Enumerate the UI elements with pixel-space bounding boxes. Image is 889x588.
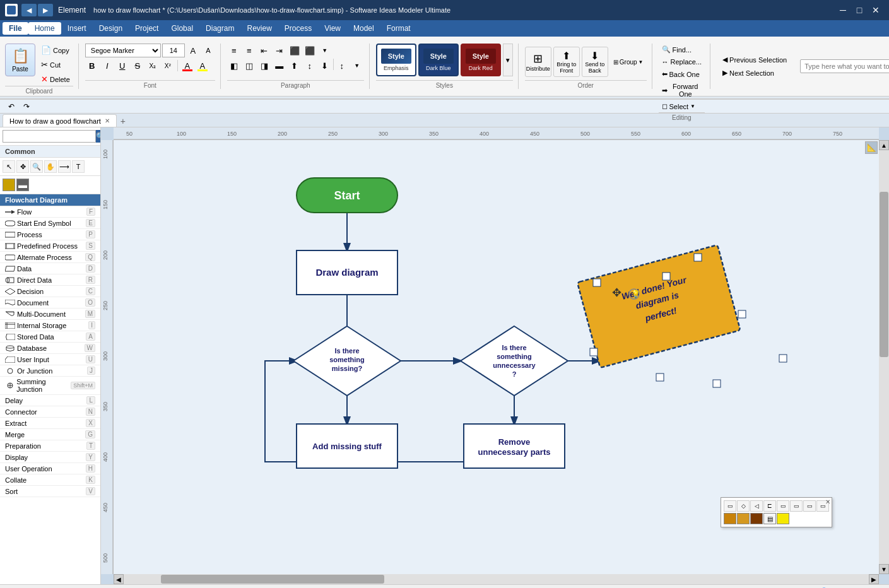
menu-insert[interactable]: Insert — [61, 22, 93, 35]
mt-color3-btn[interactable] — [750, 513, 763, 524]
font-decrease-button[interactable]: A — [201, 44, 215, 57]
vscroll-down[interactable]: ▼ — [879, 564, 889, 574]
copy-button[interactable]: 📄 Copy — [38, 44, 73, 57]
indent-increase-button[interactable]: ⇥ — [273, 44, 286, 57]
sidebar-item-connector[interactable]: Connector N — [0, 406, 100, 418]
sidebar-item-summing[interactable]: Summing Junction Shift+M — [0, 377, 100, 395]
sidebar-item-internal-storage[interactable]: Internal Storage I — [0, 320, 100, 331]
redo-button[interactable]: ↷ — [20, 101, 33, 112]
select-button[interactable]: ◻ Select ▼ — [659, 100, 705, 112]
align-left-button[interactable]: ⬛ — [288, 44, 302, 57]
sidebar-item-stored-data[interactable]: Stored Data A — [0, 331, 100, 343]
mt-color1-btn[interactable] — [724, 513, 736, 524]
vscroll-thumb[interactable] — [880, 192, 888, 357]
menu-view[interactable]: View — [318, 22, 347, 35]
connect-tool[interactable]: ⟶ — [58, 160, 71, 173]
sidebar-item-user-input[interactable]: User Input U — [0, 354, 100, 365]
nav-forward-button[interactable]: ▶ — [38, 4, 53, 16]
menu-model[interactable]: Model — [347, 22, 380, 35]
align-bottom-button[interactable]: ⬇ — [318, 59, 332, 73]
sidebar-search-input[interactable] — [3, 130, 96, 143]
menu-diagram[interactable]: Diagram — [199, 22, 240, 35]
strikethrough-button[interactable]: S — [131, 59, 144, 73]
replace-button[interactable]: ↔ Replace... — [659, 56, 705, 68]
canvas-area[interactable]: 50 100 150 200 250 300 350 400 450 500 5… — [101, 127, 889, 584]
style-emphasis-button[interactable]: Style Emphasis — [376, 44, 416, 76]
sidebar-item-decision[interactable]: Decision C — [0, 286, 100, 297]
color-tool2[interactable]: ▬ — [16, 179, 29, 191]
mt-lines-btn[interactable]: ▤ — [763, 513, 776, 524]
sidebar-item-database[interactable]: Database W — [0, 343, 100, 354]
move-tool[interactable]: ✥ — [16, 160, 29, 173]
send-to-back-button[interactable]: ⬇ Send to Back — [582, 47, 608, 77]
align-mid-button[interactable]: ↕ — [303, 59, 317, 73]
sidebar-item-delay[interactable]: Delay L — [0, 395, 100, 406]
delete-button[interactable]: ✕ Delete — [38, 73, 73, 86]
align-right2-button[interactable]: ◨ — [257, 59, 271, 73]
mt-rect-btn[interactable]: ▭ — [724, 500, 736, 512]
sidebar-item-process[interactable]: Process P — [0, 229, 100, 240]
undo-button[interactable]: ↶ — [5, 101, 18, 112]
list-number-button[interactable]: ≡ — [242, 44, 256, 57]
group-button[interactable]: ⊞ Group ▼ — [610, 57, 647, 68]
color-tool1[interactable] — [3, 179, 15, 191]
sidebar-item-collate[interactable]: Collate K — [0, 474, 100, 486]
vscroll-up[interactable]: ▲ — [879, 140, 889, 150]
sidebar-search-button[interactable]: 🔍 — [96, 130, 101, 143]
mt-bracket-btn[interactable]: ⊏ — [763, 500, 776, 512]
menu-review[interactable]: Review — [240, 22, 278, 35]
bring-to-front-button[interactable]: ⬆ Bring to Front — [553, 47, 580, 77]
prev-selection-button[interactable]: ◀ Previous Selection — [717, 54, 792, 66]
justify-button[interactable]: ▬ — [273, 59, 286, 73]
minimize-button[interactable]: ─ — [835, 4, 851, 16]
menu-format[interactable]: Format — [380, 22, 417, 35]
menu-process[interactable]: Process — [278, 22, 318, 35]
document-tab[interactable]: How to draw a good flowchart ✕ — [3, 114, 117, 127]
ribbon-search-input[interactable] — [800, 59, 889, 73]
tab-close-icon[interactable]: ✕ — [105, 117, 110, 124]
distribute-button[interactable]: ⊞ Distribute — [525, 47, 551, 77]
vscrollbar[interactable]: ▲ ▼ — [879, 140, 889, 574]
para-settings-button[interactable]: ▼ — [350, 59, 364, 73]
italic-button[interactable]: I — [100, 59, 114, 73]
superscript-button[interactable]: X² — [161, 59, 175, 73]
sidebar-item-document[interactable]: Document O — [0, 297, 100, 309]
mt-yellow-btn[interactable] — [777, 513, 789, 524]
text-tool[interactable]: T — [72, 160, 85, 173]
sidebar-item-predefined[interactable]: Predefined Process S — [0, 240, 100, 252]
sidebar-item-data[interactable]: Data D — [0, 263, 100, 274]
sidebar-item-flow[interactable]: Flow F — [0, 206, 100, 218]
menu-project[interactable]: Project — [129, 22, 165, 35]
sidebar-item-display[interactable]: Display Y — [0, 452, 100, 463]
mt-diamond-btn[interactable]: ◇ — [737, 500, 750, 512]
font-size-input[interactable] — [162, 44, 185, 57]
add-tab-button[interactable]: + — [117, 115, 129, 127]
menu-design[interactable]: Design — [93, 22, 129, 35]
hscroll-left[interactable]: ◀ — [114, 574, 124, 584]
align-center-button[interactable]: ◫ — [242, 59, 256, 73]
menu-file[interactable]: File — [3, 22, 28, 35]
menu-home[interactable]: Home — [28, 22, 61, 35]
hscroll-thumb[interactable] — [161, 575, 384, 584]
subscript-button[interactable]: X₂ — [146, 59, 160, 73]
zoom-tool[interactable]: 🔍 — [30, 160, 43, 173]
style-darkblue-button[interactable]: Style Dark Blue — [418, 44, 459, 76]
styles-more-button[interactable]: ▼ — [503, 44, 513, 76]
font-color-button[interactable]: A — [180, 59, 194, 73]
paste-button[interactable]: 📋 Paste — [5, 44, 35, 76]
sidebar-item-extract[interactable]: Extract X — [0, 418, 100, 429]
find-button[interactable]: 🔍 Find... — [659, 44, 705, 56]
mini-panel-icon[interactable]: 📐 — [865, 141, 878, 154]
sidebar-item-alternate[interactable]: Alternate Process Q — [0, 252, 100, 263]
bold-button[interactable]: B — [85, 59, 99, 73]
sidebar-item-or-junction[interactable]: Or Junction J — [0, 365, 100, 377]
align-right-button[interactable]: ⬛ — [303, 44, 317, 57]
font-name-select[interactable]: Segoe Marker — [85, 44, 161, 57]
align-left2-button[interactable]: ◧ — [227, 59, 241, 73]
sidebar-item-merge[interactable]: Merge G — [0, 429, 100, 440]
sidebar-item-multi-doc[interactable]: Multi-Document M — [0, 309, 100, 320]
hscroll-right[interactable]: ▶ — [869, 574, 879, 584]
close-button[interactable]: ✕ — [868, 4, 884, 16]
mt-rect4-btn[interactable]: ▭ — [803, 500, 816, 512]
style-darkred-button[interactable]: Style Dark Red — [461, 44, 501, 76]
